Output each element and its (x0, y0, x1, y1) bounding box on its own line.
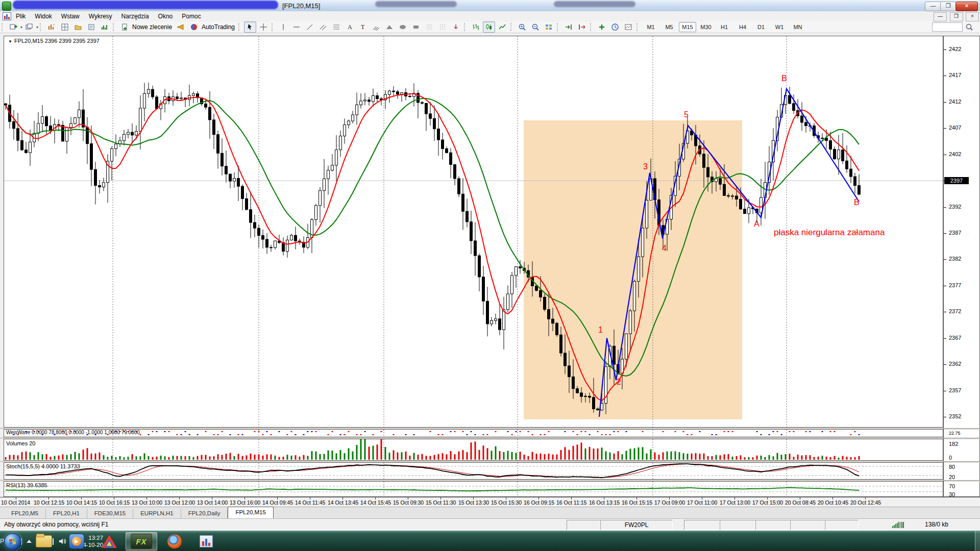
chart-tab-eurpln-h1[interactable]: EURPLN,H1 (133, 509, 181, 518)
new-order-label[interactable]: Nowe zlecenie (132, 23, 172, 31)
taskbar-triangle-app-button[interactable] (94, 532, 125, 550)
status-account: FW20PL (600, 520, 673, 530)
strategy-tester-button[interactable] (99, 21, 111, 33)
indicators-button[interactable] (596, 21, 608, 33)
time-axis-label: 15 Oct 09:30 (393, 499, 424, 506)
candles-chart-button[interactable] (483, 21, 495, 33)
time-axis[interactable]: 10 Oct 201410 Oct 12:1510 Oct 14:1510 Oc… (0, 497, 980, 507)
data-window-button[interactable] (59, 21, 71, 33)
minimize-button[interactable]: — (925, 2, 941, 11)
mdi-restore-button[interactable]: ❒ (950, 12, 963, 21)
timeframe-m30-button[interactable]: M30 (697, 22, 715, 32)
menu-pomoc[interactable]: Pomoc (177, 11, 205, 21)
channel-button[interactable] (317, 21, 329, 33)
autotrading-label[interactable]: AutoTrading (202, 23, 235, 31)
navigator-button[interactable] (72, 21, 84, 33)
taskbar-chart-app-button[interactable] (191, 532, 222, 550)
menu-wykresy[interactable]: Wykresy (84, 11, 117, 21)
weiswave-panel[interactable] (4, 429, 943, 437)
fibo-button[interactable] (330, 21, 342, 33)
timeframe-h1-button[interactable]: H1 (716, 22, 733, 32)
title-bar: [FPL20,M15] — ❒ × (0, 0, 980, 12)
parallel-button[interactable] (370, 21, 382, 33)
timeframe-h4-button[interactable]: H4 (734, 22, 751, 32)
chart-window-icon[interactable] (3, 12, 11, 20)
stochastic-panel[interactable] (4, 462, 943, 480)
restore-button[interactable]: ❒ (940, 2, 957, 11)
zoom-out-button[interactable] (529, 21, 542, 33)
hline-button[interactable] (290, 21, 303, 33)
menu-widok[interactable]: Widok (30, 11, 56, 21)
chart-tab-fpl20-m15[interactable]: FPL20,M15 (228, 507, 273, 518)
auto-scroll-button[interactable] (562, 21, 575, 33)
toolbar: ▾▾Nowe zlecenieAutoTradingATM1M5M15M30H1… (0, 21, 980, 33)
market-watch-button[interactable] (45, 21, 58, 33)
bars-chart-button[interactable] (470, 21, 482, 33)
grid-button[interactable] (423, 21, 435, 33)
timeframe-m15-button[interactable]: M15 (679, 22, 696, 32)
templates-button[interactable] (622, 21, 634, 33)
taskbar-explorer-button[interactable] (29, 532, 59, 550)
timeframe-w1-button[interactable]: W1 (771, 22, 788, 32)
crosshair-button[interactable] (257, 21, 270, 33)
autotrading-button[interactable] (188, 21, 200, 33)
line-chart-button[interactable] (496, 21, 508, 33)
search-icon[interactable] (963, 21, 975, 33)
mdi-close-button[interactable]: × (966, 12, 979, 21)
price-tick (944, 155, 946, 155)
price-tick (944, 76, 946, 76)
timeframe-mn-button[interactable]: MN (789, 22, 806, 32)
timeframe-d1-button[interactable]: D1 (752, 22, 770, 32)
timeframe-m1-button[interactable]: M1 (642, 22, 659, 32)
price-axis[interactable]: 2422241724122407240223972392238723822377… (943, 36, 980, 497)
show-desktop-button[interactable] (975, 531, 980, 551)
menu-wstaw[interactable]: Wstaw (57, 11, 84, 21)
new-chart-button-dropdown[interactable]: ▾ (20, 25, 22, 30)
text-button[interactable]: A (344, 21, 356, 33)
timeframe-m5-button[interactable]: M5 (660, 22, 678, 32)
search-input[interactable] (932, 22, 963, 32)
mdi-minimize-button[interactable]: — (934, 12, 947, 21)
rectangle-button[interactable] (410, 21, 422, 33)
label-button[interactable]: T (357, 21, 369, 33)
new-chart-button[interactable] (7, 21, 19, 33)
chevron-down-icon[interactable]: ▼ (8, 39, 12, 44)
chart-tab-fpl20-daily[interactable]: FPL20,Daily (181, 509, 228, 518)
menu-plik[interactable]: Plik (11, 11, 30, 21)
chart-tab-bar: FPL20,M5FPL20,H1FDE30,M15EURPLN,H1FPL20,… (0, 507, 980, 518)
time-axis-label: 15 Oct 11:30 (426, 499, 456, 506)
chart-tab-fpl20-h1[interactable]: FPL20,H1 (46, 509, 87, 518)
periods-button[interactable] (609, 21, 621, 33)
taskbar-firefox-button[interactable] (159, 532, 190, 550)
price-tick-label: 2382 (949, 256, 961, 262)
vline-button[interactable] (277, 21, 289, 33)
ellipse-button[interactable] (397, 21, 409, 33)
cursor-button[interactable] (244, 21, 256, 33)
tile-windows-button[interactable] (543, 21, 555, 33)
rsi-panel[interactable] (4, 481, 943, 497)
menu-narzędzia[interactable]: Narzędzia (117, 11, 154, 21)
expert-advisors-button[interactable] (175, 21, 187, 33)
zoom-in-button[interactable] (516, 21, 528, 33)
profiles-button[interactable] (23, 21, 35, 33)
price-tick-label: 2372 (949, 308, 961, 314)
menu-okno[interactable]: Okno (154, 11, 178, 21)
terminal-button[interactable] (85, 21, 97, 33)
profiles-button-dropdown[interactable]: ▾ (36, 25, 38, 30)
triangle-app-icon (102, 535, 117, 548)
chart-tab-fde30-m15[interactable]: FDE30,M15 (87, 509, 133, 518)
close-button[interactable]: × (955, 2, 978, 11)
chart-shift-button[interactable] (576, 21, 588, 33)
trendline-button[interactable] (304, 21, 316, 33)
taskbar-media-player-button[interactable]: ▶ (61, 532, 92, 550)
chart-symbol-label[interactable]: ▼FPL20,M15 2396 2399 2395 2397 (8, 38, 100, 44)
new-order-button[interactable] (118, 21, 131, 33)
toolbar-grip (238, 23, 242, 31)
start-button[interactable] (4, 533, 21, 550)
taskbar-fx-active-button[interactable]: FX (126, 532, 157, 550)
arrows-button[interactable] (450, 21, 462, 33)
chart-tab-fpl20-m5[interactable]: FPL20,M5 (4, 509, 46, 518)
points-button[interactable] (436, 21, 449, 33)
triangle-button[interactable] (383, 21, 396, 33)
volumes-panel[interactable] (4, 439, 943, 461)
